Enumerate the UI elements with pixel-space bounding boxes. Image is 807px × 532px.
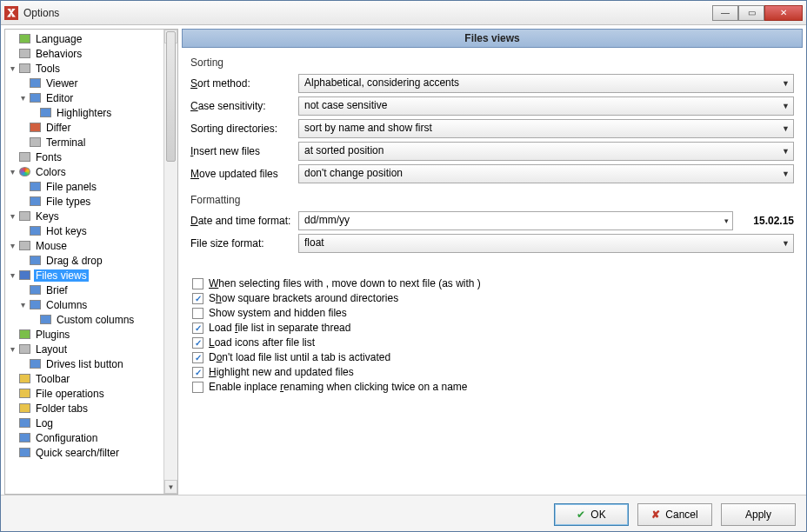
option-checkbox-row[interactable]: Load icons after file list — [192, 336, 794, 349]
tree-item-label: Plugins — [34, 329, 71, 341]
tree-scrollbar[interactable]: ▲ ▼ — [163, 30, 177, 494]
checkbox[interactable] — [192, 382, 203, 393]
option-checkbox-row[interactable]: Enable inplace renaming when clicking tw… — [192, 381, 794, 393]
move-updated-files-select[interactable]: don't change position▼ — [298, 164, 794, 183]
tree-item-label: Custom columns — [55, 314, 136, 326]
tree-item-icon — [28, 122, 42, 134]
chevron-down-icon: ▼ — [782, 102, 790, 110]
page-header: Files views — [182, 29, 803, 48]
tree-twisty[interactable]: ▾ — [7, 241, 17, 250]
tree-item[interactable]: ▾Colors — [7, 164, 177, 179]
x-icon: ✘ — [651, 509, 660, 521]
tree-item-icon — [28, 299, 42, 311]
tree-item[interactable]: ▾Editor — [7, 90, 177, 105]
maximize-button[interactable]: ▭ — [738, 5, 764, 21]
tree-item-icon — [28, 136, 42, 149]
cancel-button[interactable]: ✘Cancel — [637, 503, 712, 526]
tree-twisty[interactable]: ▾ — [7, 211, 17, 221]
tree-item-icon — [17, 48, 31, 60]
checkbox[interactable] — [192, 352, 203, 363]
tree-item[interactable]: Log — [7, 416, 177, 430]
tree-item-label: Differ — [44, 122, 72, 134]
tree-item[interactable]: Behaviors — [7, 46, 177, 61]
tree-item[interactable]: ▾Columns — [7, 297, 177, 312]
tree-item-label: Terminal — [44, 136, 87, 149]
tree-item-icon — [17, 432, 31, 444]
tree-item[interactable]: File operations — [7, 386, 177, 401]
scroll-down-icon[interactable]: ▼ — [164, 480, 177, 494]
sorting-group-title: Sorting — [190, 57, 794, 69]
tree-item-icon — [17, 373, 31, 385]
checkbox[interactable] — [192, 308, 203, 319]
option-checkbox-row[interactable]: Don't load file list until a tab is acti… — [192, 351, 794, 363]
option-checkbox-row[interactable]: Show system and hidden files — [192, 307, 794, 319]
tree-item-label: Behaviors — [34, 48, 83, 60]
tree-item-label: Language — [34, 33, 83, 45]
scroll-thumb[interactable] — [166, 31, 176, 162]
tree-item[interactable]: ▾Keys — [7, 209, 177, 223]
tree-item[interactable]: Drives list button — [7, 356, 177, 371]
tree-item[interactable]: Custom columns — [7, 312, 177, 327]
tree-item[interactable]: ▾Tools — [7, 61, 177, 76]
close-button[interactable]: ✕ — [764, 5, 803, 21]
tree-twisty[interactable]: ▾ — [17, 93, 28, 103]
option-checkbox-row[interactable]: Show square brackets around directories — [192, 292, 794, 304]
tree-twisty[interactable]: ▾ — [7, 344, 17, 354]
tree-item[interactable]: Quick search/filter — [7, 445, 177, 460]
file-size-format-select[interactable]: float▼ — [298, 234, 794, 253]
tree-item[interactable]: ▾Files views — [7, 268, 177, 283]
tree-item[interactable]: File types — [7, 194, 177, 209]
tree-item[interactable]: Drag & drop — [7, 253, 177, 268]
tree-item-label: Drag & drop — [44, 255, 104, 267]
sorting-directories-select[interactable]: sort by name and show first▼ — [298, 119, 794, 138]
tree-item[interactable]: Differ — [7, 120, 177, 135]
option-checkbox-row[interactable]: Load file list in separate thread — [192, 322, 794, 334]
chevron-down-icon: ▼ — [782, 147, 790, 156]
tree-item-label: Colors — [34, 166, 68, 178]
tree-twisty[interactable]: ▾ — [7, 270, 17, 280]
apply-button[interactable]: Apply — [721, 503, 796, 526]
minimize-button[interactable]: — — [712, 5, 738, 21]
insert-new-files-label: Insert new files — [190, 145, 298, 157]
tree-item-label: Highlighters — [55, 107, 113, 119]
tree-item[interactable]: Viewer — [7, 76, 177, 90]
tree-item-icon — [17, 417, 31, 429]
tree-item[interactable]: Hot keys — [7, 223, 177, 238]
tree-item[interactable]: ▾Layout — [7, 342, 177, 356]
checkbox[interactable] — [192, 367, 203, 378]
checkbox[interactable] — [192, 293, 203, 304]
tree-item-icon — [28, 284, 42, 296]
tree-item[interactable]: Plugins — [7, 327, 177, 342]
tree-item[interactable]: File panels — [7, 179, 177, 194]
tree-item[interactable]: Fonts — [7, 150, 177, 164]
tree-item-icon — [17, 269, 31, 282]
tree-twisty[interactable]: ▾ — [17, 300, 28, 309]
tree-item-icon — [17, 388, 31, 400]
ok-button[interactable]: ✔OK — [554, 503, 629, 526]
category-tree[interactable]: LanguageBehaviors▾ToolsViewer▾EditorHigh… — [4, 29, 178, 495]
sort-method-select[interactable]: Alphabetical, considering accents▼ — [298, 74, 794, 93]
tree-item-icon — [17, 63, 31, 75]
checkbox[interactable] — [192, 323, 203, 334]
case-sensitivity-select[interactable]: not case sensitive▼ — [298, 96, 794, 116]
tree-item-icon — [28, 255, 42, 267]
checkbox-label: Highlight new and updated files — [209, 366, 354, 378]
tree-item[interactable]: Toolbar — [7, 371, 177, 386]
checkbox[interactable] — [192, 278, 203, 289]
date-format-input[interactable]: dd/mm/yy▾ — [298, 211, 733, 230]
tree-item[interactable]: ▾Mouse — [7, 238, 177, 253]
tree-item[interactable]: Language — [7, 31, 177, 46]
option-checkbox-row[interactable]: Highlight new and updated files — [192, 366, 794, 378]
tree-twisty[interactable]: ▾ — [7, 63, 17, 73]
tree-item[interactable]: Folder tabs — [7, 401, 177, 416]
option-checkbox-row[interactable]: When selecting files with , move down to… — [192, 277, 794, 289]
insert-new-files-select[interactable]: at sorted position▼ — [298, 142, 794, 161]
tree-item-icon — [17, 151, 31, 163]
tree-item[interactable]: Highlighters — [7, 105, 177, 120]
tree-item[interactable]: Brief — [7, 283, 177, 297]
tree-twisty[interactable]: ▾ — [7, 167, 17, 176]
tree-item[interactable]: Terminal — [7, 135, 177, 150]
tree-item-label: Viewer — [44, 77, 79, 90]
tree-item[interactable]: Configuration — [7, 430, 177, 445]
checkbox[interactable] — [192, 337, 203, 349]
